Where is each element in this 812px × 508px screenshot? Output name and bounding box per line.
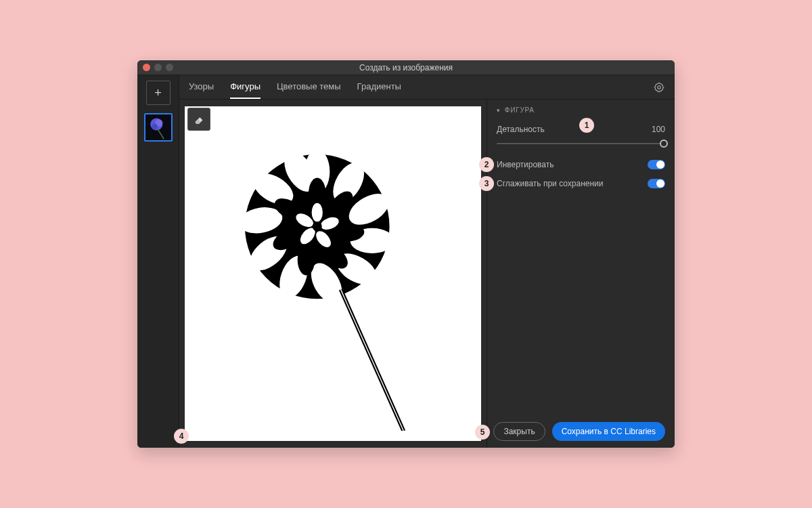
titlebar: Создать из изображения xyxy=(137,60,675,75)
close-button[interactable]: Закрыть xyxy=(493,422,545,441)
window-body: + Узоры Фигуры Цветовые темы Градиенты xyxy=(137,75,675,448)
canvas[interactable] xyxy=(185,106,481,441)
svg-line-37 xyxy=(341,289,404,431)
canvas-area: 4 xyxy=(179,100,487,448)
add-image-button[interactable]: + xyxy=(146,81,171,105)
detail-label: Детальность xyxy=(497,125,545,134)
callout-5: 5 xyxy=(475,425,490,440)
sidebar: + xyxy=(137,75,179,448)
eraser-tool-button[interactable] xyxy=(187,108,210,131)
window-title: Создать из изображения xyxy=(359,63,453,72)
tab-shapes[interactable]: Фигуры xyxy=(230,75,261,99)
callout-2: 2 xyxy=(479,157,494,172)
detail-row: Детальность 100 1 xyxy=(497,122,665,137)
window-minimize-button[interactable] xyxy=(154,64,162,71)
flower-thumbnail-icon xyxy=(145,114,171,140)
image-thumbnail[interactable] xyxy=(144,113,173,142)
svg-point-6 xyxy=(658,86,661,89)
flower-shape-preview xyxy=(208,117,457,431)
slider-thumb[interactable] xyxy=(660,140,668,148)
window-controls xyxy=(143,64,173,71)
window-maximize-button[interactable] xyxy=(166,64,173,71)
svg-point-35 xyxy=(313,221,322,231)
content-area: 4 ▾ Фигура Детальность 100 1 xyxy=(179,100,675,448)
app-window: Создать из изображения + Узоры Фигуры xyxy=(137,60,675,448)
plus-icon: + xyxy=(154,86,162,100)
detail-value: 100 xyxy=(652,125,665,134)
callout-3: 3 xyxy=(479,176,494,191)
save-to-cc-libraries-button[interactable]: Сохранить в CC Libraries xyxy=(552,422,665,441)
svg-point-30 xyxy=(312,203,323,222)
tab-bar: Узоры Фигуры Цветовые темы Градиенты xyxy=(179,75,675,100)
invert-row: Инвертировать 2 xyxy=(497,157,665,172)
panel-section-header[interactable]: ▾ Фигура xyxy=(497,106,665,114)
eraser-icon xyxy=(194,114,204,125)
preview-icon[interactable] xyxy=(653,81,665,96)
callout-1: 1 xyxy=(579,118,594,133)
smooth-row: Сглаживать при сохранении 3 xyxy=(497,176,665,191)
svg-point-3 xyxy=(152,124,158,130)
tab-gradients[interactable]: Градиенты xyxy=(357,75,401,99)
smooth-label: Сглаживать при сохранении xyxy=(497,179,603,188)
svg-point-27 xyxy=(298,244,315,275)
main-area: Узоры Фигуры Цветовые темы Градиенты xyxy=(179,75,675,448)
tab-color-themes[interactable]: Цветовые темы xyxy=(277,75,341,99)
window-close-button[interactable] xyxy=(143,64,150,71)
footer-buttons: Закрыть Сохранить в CC Libraries xyxy=(493,422,665,441)
callout-4: 4 xyxy=(174,429,189,444)
smooth-toggle[interactable] xyxy=(648,179,665,188)
detail-slider[interactable] xyxy=(497,140,665,148)
invert-label: Инвертировать xyxy=(497,160,554,169)
tab-patterns[interactable]: Узоры xyxy=(189,75,214,99)
properties-panel: ▾ Фигура Детальность 100 1 Инвертировать xyxy=(487,100,675,448)
panel-section-title: Фигура xyxy=(505,106,535,114)
slider-track xyxy=(497,143,665,144)
invert-toggle[interactable] xyxy=(648,160,665,169)
chevron-down-icon: ▾ xyxy=(497,107,501,114)
svg-point-5 xyxy=(655,83,663,91)
